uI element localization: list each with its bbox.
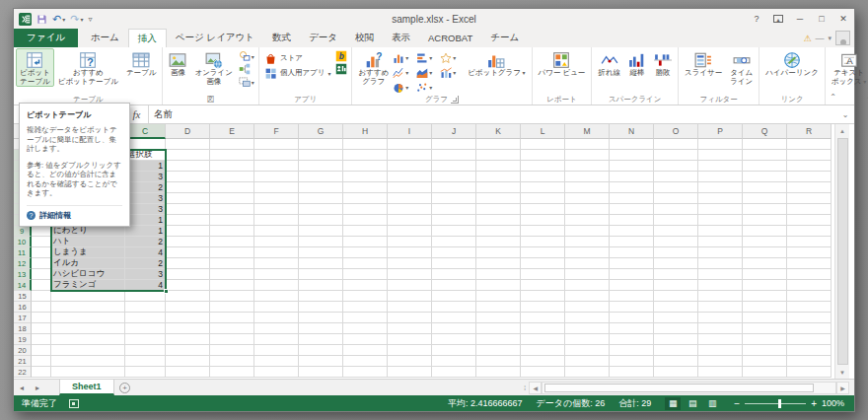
cell-L7[interactable]	[521, 204, 565, 215]
cell-Q5[interactable]	[743, 182, 787, 193]
cell-K13[interactable]	[476, 269, 521, 280]
cell-I10[interactable]	[388, 237, 432, 247]
cell-R18[interactable]	[787, 323, 832, 334]
cell-P21[interactable]	[698, 356, 743, 367]
cell-C16[interactable]	[125, 302, 166, 313]
cell-D6[interactable]	[166, 193, 210, 204]
cell-J5[interactable]	[432, 182, 476, 193]
cell-G6[interactable]	[299, 193, 343, 204]
cell-L4[interactable]	[521, 172, 565, 182]
cell-J19[interactable]	[432, 334, 476, 345]
cell-F4[interactable]	[254, 172, 299, 182]
cell-B18[interactable]	[51, 323, 125, 334]
cell-M11[interactable]	[565, 247, 610, 258]
cell-Q7[interactable]	[743, 204, 787, 215]
vertical-scroll-thumb[interactable]	[837, 138, 848, 365]
cell-H7[interactable]	[343, 204, 388, 215]
cell-K15[interactable]	[476, 291, 521, 302]
cell-J6[interactable]	[432, 193, 476, 204]
cell-E11[interactable]	[210, 247, 254, 258]
cell-G3[interactable]	[299, 161, 343, 172]
cell-L21[interactable]	[521, 356, 565, 367]
cell-L19[interactable]	[521, 334, 565, 345]
cell-N1[interactable]	[610, 139, 654, 150]
cell-K16[interactable]	[476, 302, 521, 313]
zoom-in-icon[interactable]: +	[811, 398, 817, 409]
cell-H20[interactable]	[343, 345, 388, 356]
cell-L3[interactable]	[521, 161, 565, 172]
cell-G13[interactable]	[299, 269, 343, 280]
button-勝敗[interactable]: 勝敗	[650, 48, 676, 79]
cell-P13[interactable]	[698, 269, 743, 280]
cell-C9[interactable]: 1	[125, 226, 166, 237]
cell-A15[interactable]	[32, 291, 51, 302]
vertical-scrollbar[interactable]: ▲ ▼	[834, 124, 849, 379]
zoom-out-icon[interactable]: −	[734, 398, 740, 409]
cell-P7[interactable]	[698, 204, 743, 215]
cell-F17[interactable]	[254, 313, 299, 323]
cell-E9[interactable]	[210, 226, 254, 237]
cell-F13[interactable]	[254, 269, 299, 280]
cell-F19[interactable]	[254, 334, 299, 345]
cell-K4[interactable]	[476, 172, 521, 182]
row-header-13[interactable]: 13	[14, 269, 32, 280]
cell-N6[interactable]	[610, 193, 654, 204]
cell-G5[interactable]	[299, 182, 343, 193]
cell-C12[interactable]: 2	[125, 258, 166, 269]
cell-F9[interactable]	[254, 226, 299, 237]
cell-I18[interactable]	[388, 323, 432, 334]
cell-C5[interactable]: 2	[125, 182, 166, 193]
cell-I2[interactable]	[388, 150, 432, 161]
cell-C15[interactable]	[125, 291, 166, 302]
cell-C13[interactable]: 3	[125, 269, 166, 280]
cell-N13[interactable]	[610, 269, 654, 280]
cell-P19[interactable]	[698, 334, 743, 345]
tab-file[interactable]: ファイル	[14, 29, 78, 47]
cell-O9[interactable]	[654, 226, 698, 237]
cell-H17[interactable]	[343, 313, 388, 323]
button-タイムライン[interactable]: タイムライン	[726, 48, 757, 87]
column-header-G[interactable]: G	[299, 124, 343, 139]
cell-H13[interactable]	[343, 269, 388, 280]
cell-J22[interactable]	[432, 367, 476, 378]
cell-C3[interactable]: 1	[125, 161, 166, 172]
ribbon-display-options-icon[interactable]: ▴	[767, 9, 789, 29]
cell-N15[interactable]	[610, 291, 654, 302]
button-縦棒[interactable]: 縦棒	[624, 48, 650, 79]
cell-N16[interactable]	[610, 302, 654, 313]
cell-O14[interactable]	[654, 280, 698, 291]
cell-H9[interactable]	[343, 226, 388, 237]
cell-B16[interactable]	[51, 302, 125, 313]
cell-O11[interactable]	[654, 247, 698, 258]
tooltip-help-link[interactable]: ? 詳細情報	[27, 205, 122, 221]
cell-J10[interactable]	[432, 237, 476, 247]
cell-Q13[interactable]	[743, 269, 787, 280]
cell-I15[interactable]	[388, 291, 432, 302]
cell-P14[interactable]	[698, 280, 743, 291]
cell-N11[interactable]	[610, 247, 654, 258]
cell-Q3[interactable]	[743, 161, 787, 172]
cell-I13[interactable]	[388, 269, 432, 280]
cell-M21[interactable]	[565, 356, 610, 367]
cell-N9[interactable]	[610, 226, 654, 237]
cell-H18[interactable]	[343, 323, 388, 334]
cell-N7[interactable]	[610, 204, 654, 215]
cell-L20[interactable]	[521, 345, 565, 356]
cell-F14[interactable]	[254, 280, 299, 291]
cell-E15[interactable]	[210, 291, 254, 302]
cell-K18[interactable]	[476, 323, 521, 334]
cell-I9[interactable]	[388, 226, 432, 237]
tab-校閲[interactable]: 校閲	[346, 29, 383, 47]
row-header-14[interactable]: 14	[14, 280, 32, 291]
cell-D15[interactable]	[166, 291, 210, 302]
cell-O19[interactable]	[654, 334, 698, 345]
cell-R8[interactable]	[787, 215, 832, 226]
qat-customize-icon[interactable]: ▿	[88, 15, 92, 24]
cell-D4[interactable]	[166, 172, 210, 182]
redo-icon[interactable]: ↷▾	[70, 13, 83, 26]
cell-D11[interactable]	[166, 247, 210, 258]
cell-N22[interactable]	[610, 367, 654, 378]
cell-K11[interactable]	[476, 247, 521, 258]
button-パワー ビュー[interactable]: パワー ビュー	[535, 48, 590, 79]
cell-L13[interactable]	[521, 269, 565, 280]
